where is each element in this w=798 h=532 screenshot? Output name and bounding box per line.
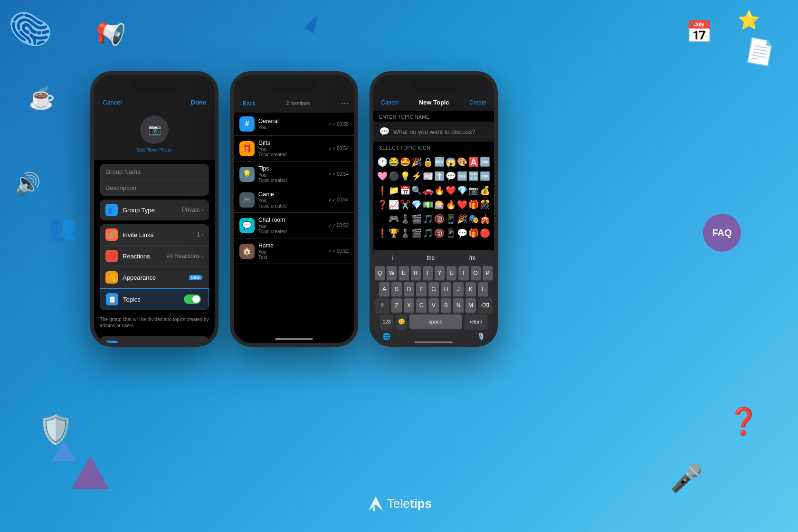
emoji-party2[interactable]: 🎉 <box>457 212 467 226</box>
emoji-starstruck[interactable]: 🤩 <box>400 155 410 169</box>
group-type-row[interactable]: 👥 Group Type Private › <box>100 200 209 220</box>
emoji-18[interactable]: 🔞 <box>434 212 445 226</box>
suggestion-i[interactable]: i <box>392 255 393 261</box>
key-b[interactable]: b <box>441 298 451 313</box>
key-j[interactable]: j <box>453 282 464 296</box>
emoji-lock[interactable]: 🔒 <box>423 155 433 169</box>
emoji-clock[interactable]: 🕐 <box>377 155 388 169</box>
emoji-film[interactable]: 🎬 <box>411 227 422 240</box>
key-p[interactable]: p <box>483 266 493 280</box>
key-x[interactable]: x <box>404 298 414 313</box>
emoji-chess[interactable]: ♟️ <box>400 212 410 226</box>
emoji-cool[interactable]: 🆒 <box>480 155 490 169</box>
emoji-fire2[interactable]: 🔥 <box>446 198 456 211</box>
key-s[interactable]: s <box>391 282 402 296</box>
emoji-gift2[interactable]: 🎁 <box>468 227 479 240</box>
key-w[interactable]: w <box>387 266 397 280</box>
key-l[interactable]: l <box>478 282 488 296</box>
invite-links-row[interactable]: 🔗 Invite Links 1 › <box>100 224 209 246</box>
key-z[interactable]: z <box>391 298 402 313</box>
emoji-gem[interactable]: 💎 <box>457 184 467 197</box>
emoji-car[interactable]: 🚗 <box>423 184 433 197</box>
emoji-folder[interactable]: 📁 <box>389 184 399 197</box>
emoji-up[interactable]: ⬆️ <box>434 170 445 183</box>
emoji-trophy[interactable]: 🏆 <box>389 227 399 240</box>
emoji-slot[interactable]: 🎰 <box>434 198 445 211</box>
emoji-cash[interactable]: 💵 <box>423 198 433 211</box>
emoji-mask[interactable]: 🎭 <box>468 212 479 226</box>
emoji-news[interactable]: 📰 <box>423 170 433 183</box>
emoji-phone[interactable]: 📱 <box>446 212 456 226</box>
emoji-search[interactable]: 🔍 <box>411 184 422 197</box>
key-k[interactable]: k <box>466 282 476 296</box>
emoji-joy[interactable]: 😂 <box>389 155 399 169</box>
emoji-chat[interactable]: 💬 <box>457 227 467 240</box>
topic-general[interactable]: # General You ✓✓ 00:55 <box>234 113 354 136</box>
topic-home[interactable]: 🏠 Home YouTest ✓✓ 00:52 <box>234 238 354 264</box>
key-return[interactable]: return <box>465 314 487 329</box>
emoji-circle[interactable]: ⚫ <box>389 170 399 183</box>
topic-game[interactable]: 🎮 Game YouTopic created ✓✓ 00:54 <box>234 187 354 213</box>
key-i[interactable]: i <box>458 266 468 280</box>
emoji-chess2[interactable]: ♟️ <box>400 227 410 240</box>
emoji-bulb[interactable]: 💡 <box>400 170 410 183</box>
create-button[interactable]: Create <box>469 99 486 106</box>
set-photo-button[interactable]: 📷 <box>140 115 169 144</box>
emoji-exclaim[interactable]: ❗ <box>377 184 388 197</box>
key-a[interactable]: a <box>379 282 390 296</box>
key-v[interactable]: v <box>428 298 439 313</box>
emoji-scissors[interactable]: ✂️ <box>400 198 410 211</box>
key-q[interactable]: q <box>375 266 385 280</box>
emoji-pink[interactable]: 🩷 <box>377 170 388 183</box>
suggestion-the[interactable]: the <box>427 255 435 261</box>
key-emoji[interactable]: 😊 <box>396 314 407 329</box>
emoji-heart2[interactable]: ❤️ <box>457 198 467 211</box>
topics-toggle[interactable] <box>184 294 201 304</box>
emoji-red-exclaim[interactable]: ❗ <box>377 227 388 240</box>
emoji-camera[interactable]: 📷 <box>468 184 479 197</box>
group-name-input[interactable]: Group Name <box>100 164 209 180</box>
key-m[interactable]: m <box>466 298 476 313</box>
emoji-13[interactable]: 🔞 <box>434 227 445 240</box>
key-g[interactable]: g <box>428 282 439 296</box>
key-y[interactable]: y <box>435 266 445 280</box>
topic-tips[interactable]: 💡 Tips YouTopic created ✓✓ 00:54 <box>234 162 354 187</box>
done-button[interactable]: Done <box>191 99 207 106</box>
topics-row[interactable]: 📋 Topics <box>100 288 209 310</box>
key-f[interactable]: f <box>416 282 427 296</box>
key-numbers[interactable]: 123 <box>380 314 393 329</box>
emoji-clapper[interactable]: 🎬 <box>411 212 422 226</box>
emoji-heart[interactable]: ❤️ <box>446 184 456 197</box>
emoji-bolt[interactable]: ⚡ <box>411 170 422 183</box>
key-t[interactable]: t <box>423 266 433 280</box>
key-c[interactable]: c <box>416 298 427 313</box>
emoji-circus[interactable]: 🎪 <box>480 212 490 226</box>
emoji-fire[interactable]: 🔥 <box>434 184 445 197</box>
emoji-gift[interactable]: 🎁 <box>468 198 479 211</box>
key-h[interactable]: h <box>441 282 451 296</box>
emoji-note[interactable]: 🎵 <box>423 227 433 240</box>
emoji-art[interactable]: 🎨 <box>457 155 467 169</box>
emoji-mobile[interactable]: 📱 <box>446 227 456 240</box>
description-input[interactable]: Description <box>100 180 209 196</box>
appearance-row[interactable]: ✏️ Appearance NEW › <box>100 267 209 288</box>
emoji-chart[interactable]: 📈 <box>389 198 399 211</box>
emoji-abc[interactable]: 🔤 <box>434 155 445 169</box>
emoji-money[interactable]: 💰 <box>480 184 490 197</box>
key-r[interactable]: r <box>411 266 421 280</box>
key-space[interactable]: space <box>409 314 462 329</box>
reactions-row[interactable]: ❤️ Reactions All Reactions › <box>100 246 209 267</box>
emoji-input[interactable]: 🔡 <box>468 170 479 183</box>
emoji-cool3[interactable]: 🆒 <box>480 170 490 183</box>
key-e[interactable]: e <box>399 266 408 280</box>
topic-name-input[interactable]: What do you want to discuss? <box>393 128 488 135</box>
emoji-party[interactable]: 🎉 <box>411 155 422 169</box>
emoji-fear[interactable]: 😱 <box>446 155 456 169</box>
emoji-double-exclaim[interactable]: ‼️ <box>377 212 388 226</box>
emoji-music[interactable]: 🎵 <box>423 212 433 226</box>
key-shift[interactable]: ⇧ <box>375 298 390 313</box>
set-photo-label[interactable]: Set New Photo <box>137 147 171 152</box>
back-button[interactable]: ‹ Back <box>239 100 256 107</box>
emoji-cool2[interactable]: 🆒 <box>457 170 467 183</box>
more-options-button[interactable]: ⋯ <box>341 99 349 108</box>
